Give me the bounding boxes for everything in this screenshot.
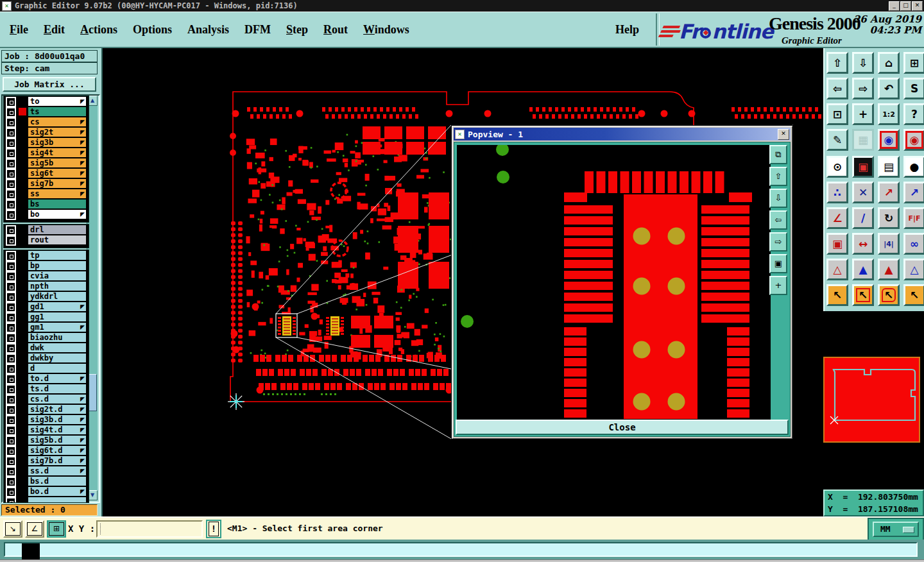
layer-name[interactable]: sig3b.d◤ [28, 415, 86, 424]
undo-button[interactable]: ↶ [878, 78, 900, 99]
layer-name[interactable]: biaozhu [28, 333, 86, 342]
popview-close-icon[interactable]: ✕ [778, 129, 789, 140]
layer-name[interactable]: drl [28, 225, 86, 234]
shape-edit-button[interactable]: ▣ [852, 156, 874, 178]
layer-arrow-icon[interactable]: ◤ [80, 437, 85, 443]
grid-toggle-button[interactable]: ▦ [852, 129, 874, 151]
layer-checkbox[interactable] [6, 425, 16, 436]
layer-row-dwkby[interactable]: dwkby [4, 353, 89, 363]
layer-checkbox[interactable] [6, 97, 16, 107]
layer-name[interactable]: ss.d◤ [28, 466, 86, 475]
layer-name[interactable]: sig4t◤ [28, 148, 86, 157]
layer-checkbox[interactable] [6, 189, 16, 200]
layer-row-rout[interactable]: rout [4, 235, 89, 245]
layer-name[interactable]: gm1◤ [28, 323, 86, 332]
restore-button[interactable]: □ [900, 1, 911, 11]
net-endpoints-button[interactable]: ∴ [826, 182, 848, 203]
layer-name[interactable]: to◤ [28, 97, 86, 106]
arc-wide-button[interactable]: △ [903, 259, 924, 280]
detach-view-button[interactable]: ⧉ [769, 145, 787, 164]
pv-zoom-fit-button[interactable]: ▣ [769, 254, 787, 273]
menu-analysis[interactable]: Analysis [187, 23, 229, 37]
delete-feature-button[interactable]: ✕ [852, 182, 874, 203]
layer-checkbox[interactable] [6, 271, 16, 282]
layer-arrow-icon[interactable]: ◤ [80, 324, 85, 330]
layer-checkbox[interactable] [6, 200, 16, 210]
layer-checkbox[interactable] [6, 353, 16, 364]
layer-row-sig5b[interactable]: sig5b◤ [4, 158, 89, 168]
layer-arrow-icon[interactable]: ◤ [80, 396, 85, 402]
layer-checkbox[interactable] [6, 169, 16, 179]
layer-row-gd1[interactable]: gd1◤ [4, 302, 89, 312]
layer-checkbox[interactable] [6, 415, 16, 425]
copy-shape-button[interactable]: ▣ [826, 233, 848, 255]
menu-edit[interactable]: Edit [44, 23, 65, 37]
menu-file[interactable]: File [10, 23, 28, 37]
menu-help[interactable]: Help [615, 23, 639, 37]
layer-row-sig2t.d[interactable]: sig2t.d◤ [4, 404, 89, 414]
measure-ruler-button[interactable]: ▤ [878, 156, 900, 178]
layer-row-sig3b[interactable]: sig3b◤ [4, 137, 89, 148]
xy-input[interactable] [96, 520, 203, 538]
prompt-flag-button[interactable]: ! [206, 520, 221, 538]
angle-measure-button[interactable]: ∠ [826, 207, 848, 229]
layer-name[interactable]: sig3b◤ [28, 138, 86, 147]
layer-row-sig4t[interactable]: sig4t◤ [4, 148, 89, 158]
layer-arrow-icon[interactable]: ◤ [80, 180, 85, 187]
measure-angle-button[interactable]: ∠ [25, 520, 44, 538]
layer-row-sig5b.d[interactable]: sig5b.d◤ [4, 435, 89, 445]
layer-name[interactable]: rout [28, 235, 86, 244]
pv-pan-right-button[interactable]: ⇨ [769, 232, 787, 251]
layer-arrow-icon[interactable]: ◤ [80, 488, 85, 495]
layer-row-sig4t.d[interactable]: sig4t.d◤ [4, 425, 89, 435]
zoom-center-button[interactable]: + [852, 103, 874, 125]
rotate-button[interactable]: ↻ [878, 207, 900, 229]
layer-name[interactable]: bp [28, 261, 86, 270]
pv-zoom-in-button[interactable]: ⇧ [769, 167, 787, 186]
layer-name[interactable]: cs◤ [28, 117, 86, 126]
zoom-in-button[interactable]: ⇧ [826, 52, 848, 74]
layer-arrow-icon[interactable]: ◤ [80, 129, 85, 135]
layer-name[interactable]: sig2t◤ [28, 128, 86, 137]
layer-checkbox[interactable] [6, 179, 16, 189]
layer-checkbox[interactable] [6, 302, 16, 312]
pan-left-button[interactable]: ⇦ [826, 78, 848, 99]
layer-row-ss.d[interactable]: ss.d◤ [4, 466, 89, 476]
layer-checkbox[interactable] [6, 343, 16, 353]
layer-row-cs.d[interactable]: cs.d◤ [4, 394, 89, 404]
layer-checkbox[interactable] [6, 210, 16, 220]
select-polygon-button[interactable]: ↖ [878, 284, 900, 306]
layer-checkbox[interactable] [6, 405, 16, 415]
layer-row-npth[interactable]: npth [4, 281, 89, 291]
layer-checkbox[interactable] [6, 292, 16, 302]
layer-name[interactable]: sig7b.d◤ [28, 456, 86, 465]
layer-row-ts[interactable]: ts [4, 106, 89, 117]
layer-row-gg1[interactable]: gg1 [4, 312, 89, 322]
layer-name[interactable]: sig2t.d◤ [28, 405, 86, 414]
layer-checkbox[interactable] [6, 487, 16, 497]
setup-tools-button[interactable]: ✎ [826, 129, 848, 151]
layer-name[interactable]: tp [28, 251, 86, 260]
select-window-button[interactable]: ↖ [852, 284, 874, 306]
layer-checkbox[interactable] [6, 128, 16, 138]
scrollbar-thumb[interactable] [88, 374, 97, 411]
layer-name[interactable]: sig5b◤ [28, 158, 86, 167]
layer-checkbox[interactable] [6, 466, 16, 477]
layer-row-dwk[interactable]: dwk [4, 343, 89, 353]
layer-row-sig2t[interactable]: sig2t◤ [4, 127, 89, 137]
minimize-button[interactable]: _ [889, 1, 900, 11]
layer-checkbox[interactable] [6, 251, 16, 261]
popview-window[interactable]: ✕ Popview - 1 ✕ ⧉⇧⇩⇦⇨▣+ Close [451, 125, 793, 439]
layer-row-bs[interactable]: bs [4, 199, 89, 209]
grow-dot-button[interactable]: ↗ [878, 182, 900, 203]
layer-name[interactable]: sig6t.d◤ [28, 446, 86, 455]
select-cursor-button[interactable]: ↖ [826, 284, 848, 306]
layer-name[interactable]: ydkdrl [28, 292, 86, 301]
menu-rout[interactable]: Rout [323, 23, 348, 37]
help-button[interactable]: ? [903, 103, 924, 125]
popview-title-bar[interactable]: ✕ Popview - 1 ✕ [454, 128, 791, 140]
layer-checkbox[interactable] [6, 446, 16, 456]
layer-name[interactable]: sig6t◤ [28, 169, 86, 178]
layer-row-ss[interactable]: ss◤ [4, 189, 89, 199]
layer-row-sig7b.d[interactable]: sig7b.d◤ [4, 456, 89, 466]
